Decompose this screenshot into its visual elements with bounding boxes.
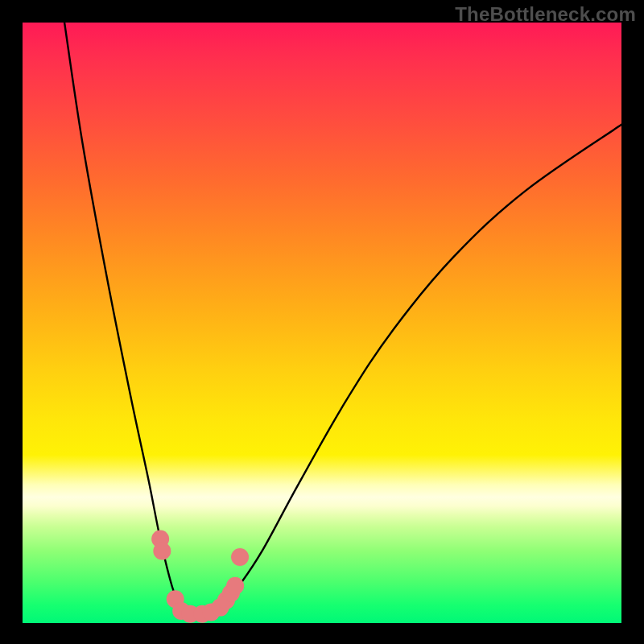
highlight-dot [226,577,244,595]
bottleneck-curve [64,23,621,615]
highlight-dot [153,542,171,559]
highlight-dot [231,548,249,566]
watermark-text: TheBottleneck.com [455,3,636,26]
plot-area [23,23,621,623]
marker-group [151,530,249,623]
curve-svg [23,23,621,623]
chart-frame: TheBottleneck.com [0,0,644,644]
